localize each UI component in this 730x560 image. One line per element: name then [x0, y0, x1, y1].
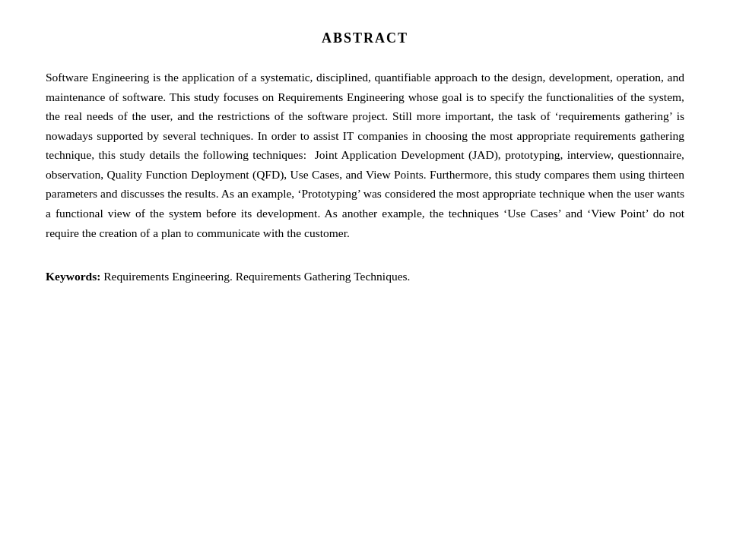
abstract-paragraph-1: Software Engineering is the application … [46, 68, 684, 242]
keywords-label: Keywords: [46, 270, 100, 283]
keywords-section: Keywords: Requirements Engineering. Requ… [46, 267, 684, 286]
page-container: ABSTRACT Software Engineering is the app… [0, 0, 730, 560]
abstract-body: Software Engineering is the application … [46, 68, 684, 242]
keywords-text: Requirements Engineering. Requirements G… [100, 270, 410, 283]
abstract-title: ABSTRACT [46, 30, 684, 46]
